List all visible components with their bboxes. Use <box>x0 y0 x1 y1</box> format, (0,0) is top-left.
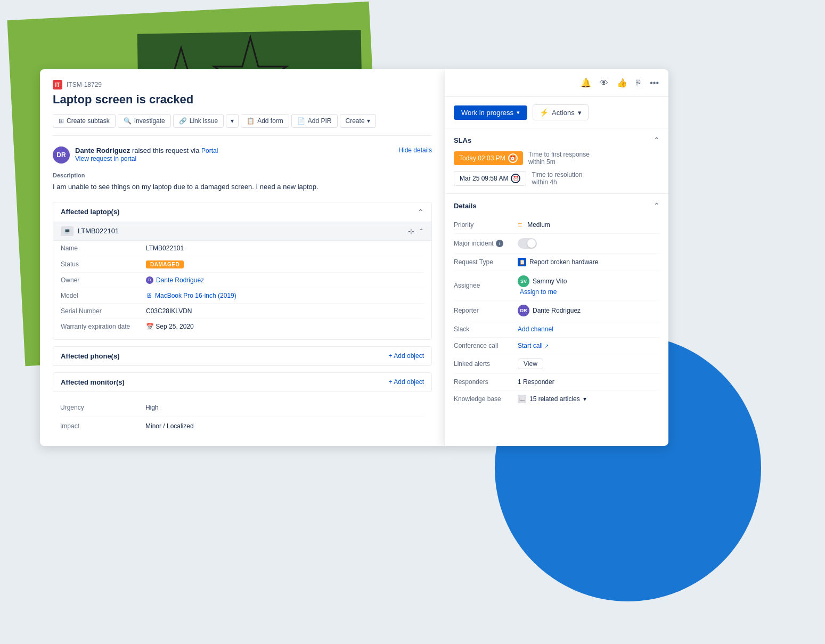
add-channel-link[interactable]: Add channel <box>518 325 553 333</box>
sla-title: SLAs <box>454 136 471 144</box>
create-subtask-icon: ⊞ <box>59 117 64 125</box>
actions-chevron-icon: ▾ <box>578 109 582 117</box>
impact-value: Minor / Localized <box>145 422 424 430</box>
request-type-value: 📋 Report broken hardware <box>518 258 660 266</box>
assignee-row: Assignee SV Sammy Vito Assign to me <box>454 271 660 300</box>
reporter-label: Reporter <box>454 307 518 314</box>
actions-button[interactable]: ⚡ Actions ▾ <box>533 104 589 120</box>
view-button[interactable]: View <box>518 358 543 369</box>
investigate-button[interactable]: 🔍 Investigate <box>118 114 171 128</box>
laptop-item-header: 💻 LTMB022101 ⊹ ⌃ <box>53 222 431 240</box>
laptop-item-chevron[interactable]: ⌃ <box>419 227 424 235</box>
share-button[interactable]: ⎘ <box>635 77 642 89</box>
impact-row: Impact Minor / Localized <box>60 417 424 435</box>
linked-alerts-row: Linked alerts View <box>454 354 660 374</box>
details-collapse-icon[interactable]: ⌃ <box>654 201 660 210</box>
priority-label: Priority <box>454 221 518 229</box>
toolbar-more-dropdown[interactable]: ▾ <box>226 114 239 128</box>
description-label: Description <box>53 172 432 178</box>
view-portal-link[interactable]: View request in portal <box>75 155 136 162</box>
network-link-icon[interactable]: ⊹ <box>408 227 414 235</box>
add-monitor-button[interactable]: + Add object <box>389 378 424 386</box>
major-incident-toggle <box>518 238 660 249</box>
sla-desc-1: Time to first response within 5m <box>528 151 590 166</box>
bell-button[interactable]: 🔔 <box>579 77 592 89</box>
detail-row-name: Name LTMB022101 <box>61 241 424 256</box>
status-button[interactable]: Work in progress ▾ <box>454 105 527 120</box>
priority-row: Priority ≡ Medium <box>454 216 660 234</box>
more-options-button[interactable]: ••• <box>649 77 660 89</box>
laptop-item-id: LTMB022101 <box>78 227 119 235</box>
model-value[interactable]: 🖥 MacBook Pro 16-inch (2019) <box>146 292 424 299</box>
toggle-thumb <box>527 239 536 248</box>
owner-value[interactable]: D Dante Rodriguez <box>146 276 424 284</box>
hide-details-button[interactable]: Hide details <box>398 146 432 154</box>
reporter-row: Reporter DR Dante Rodriguez <box>454 300 660 321</box>
create-subtask-button[interactable]: ⊞ Create subtask <box>53 114 116 128</box>
detail-row-model: Model 🖥 MacBook Pro 16-inch (2019) <box>61 288 424 304</box>
form-icon: 📋 <box>247 117 255 125</box>
thumbs-up-button[interactable]: 👍 <box>616 77 628 89</box>
sla-section: SLAs ⌃ Today 02:03 PM ⏰ Time to first re… <box>445 128 668 194</box>
add-pir-button[interactable]: 📄 Add PIR <box>291 114 338 128</box>
serial-label: Serial Number <box>61 307 146 315</box>
sla-desc-2: Time to resolution within 4h <box>532 171 582 186</box>
responders-label: Responders <box>454 378 518 386</box>
affected-laptop-header[interactable]: Affected laptop(s) ⌃ <box>53 202 431 222</box>
assignee-value: SV Sammy Vito Assign to me <box>518 275 660 296</box>
clock-icon-2: ⏰ <box>511 174 520 183</box>
issue-title: Laptop screen is cracked <box>53 93 432 107</box>
eye-button[interactable]: 👁 <box>599 77 609 89</box>
conference-call-value: Start call ↗ <box>518 342 660 349</box>
issue-type-icon: IT <box>53 80 62 89</box>
status-action-row: Work in progress ▾ ⚡ Actions ▾ <box>445 97 668 128</box>
assign-to-me-link[interactable]: Assign to me <box>520 288 567 296</box>
reporter-value: DR Dante Rodriguez <box>518 305 660 316</box>
add-form-button[interactable]: 📋 Add form <box>241 114 289 128</box>
requester-text: Dante Rodriguez raised this request via … <box>75 146 218 154</box>
owner-avatar: D <box>146 276 153 284</box>
status-chevron-icon: ▾ <box>517 109 520 116</box>
serial-value: C03C28IKLVDN <box>146 307 424 315</box>
sla-collapse-icon[interactable]: ⌃ <box>654 136 660 144</box>
conference-call-row: Conference call Start call ↗ <box>454 338 660 354</box>
urgency-row: Urgency High <box>60 398 424 417</box>
knowledge-base-value: 📖 15 related articles ▾ <box>518 395 660 403</box>
knowledge-base-icon: 📖 <box>518 395 526 403</box>
affected-laptop-title: Affected laptop(s) <box>61 208 120 216</box>
slack-label: Slack <box>454 325 518 333</box>
create-button[interactable]: Create ▾ <box>340 114 376 128</box>
warranty-value: 📅 Sep 25, 2020 <box>146 323 424 330</box>
owner-label: Owner <box>61 276 146 284</box>
start-call-link[interactable]: Start call ↗ <box>518 342 549 349</box>
knowledge-base-row: Knowledge base 📖 15 related articles ▾ <box>454 390 660 407</box>
detail-row-status: Status DAMAGED <box>61 256 424 273</box>
clock-icon-1: ⏰ <box>508 153 518 163</box>
urgency-impact-rows: Urgency High Impact Minor / Localized <box>53 398 432 435</box>
investigate-icon: 🔍 <box>124 117 132 125</box>
priority-value: ≡ Medium <box>518 221 660 229</box>
detail-row-owner: Owner D Dante Rodriguez <box>61 273 424 288</box>
slack-value: Add channel <box>518 325 660 333</box>
sla-badge-2: Mar 25 09:58 AM ⏰ <box>454 171 526 186</box>
link-issue-button[interactable]: 🔗 Link issue <box>173 114 224 128</box>
major-incident-info-icon[interactable]: i <box>496 240 503 247</box>
portal-link[interactable]: Portal <box>201 147 218 154</box>
collapse-chevron-up: ⌃ <box>418 208 424 216</box>
laptop-icon: 💻 <box>61 226 73 236</box>
major-incident-label: Major incident i <box>454 240 518 247</box>
knowledge-base-content[interactable]: 📖 15 related articles ▾ <box>518 395 586 403</box>
right-panel: 🔔 👁 👍 ⎘ ••• Work in progress ▾ ⚡ Actions… <box>445 69 668 446</box>
panels-container: IT ITSM-18729 Laptop screen is cracked ⊞… <box>40 69 668 446</box>
description-text: I am unable to see things on my laptop d… <box>53 182 432 192</box>
add-phone-button[interactable]: + Add object <box>389 352 424 360</box>
bolt-icon: ⚡ <box>540 108 549 117</box>
affected-phone-section: Affected phone(s) + Add object <box>53 346 432 366</box>
left-panel: IT ITSM-18729 Laptop screen is cracked ⊞… <box>40 69 445 446</box>
issue-id: ITSM-18729 <box>67 81 102 88</box>
impact-label: Impact <box>60 422 145 430</box>
knowledge-base-chevron: ▾ <box>583 395 586 403</box>
major-incident-toggle-switch[interactable] <box>518 238 537 249</box>
urgency-value: High <box>145 404 424 411</box>
affected-phone-title: Affected phone(s) <box>61 352 120 360</box>
